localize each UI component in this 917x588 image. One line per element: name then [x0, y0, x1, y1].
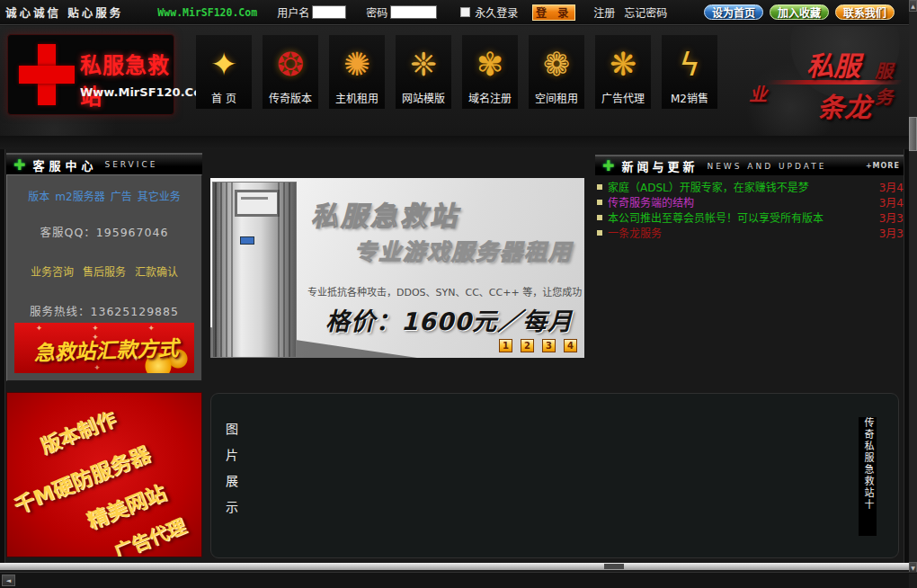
news-subtitle: NEWS AND UPDATE	[707, 162, 826, 171]
main-ad-banner[interactable]: 私服急救站 专业游戏服务器租用 专业抵抗各种攻击，DDOS、SYN、CC、CC+…	[210, 178, 584, 358]
frame-divider	[0, 563, 909, 570]
news-item-text: 家庭（ADSL）开服专家，在家赚钱不是梦	[608, 179, 876, 194]
picture-display-label: 图片展示	[222, 423, 240, 527]
service-link[interactable]: 业务咨询	[31, 266, 74, 279]
logo-title: 私服急救站	[80, 48, 174, 111]
nav-item-home[interactable]: ✦首 页	[196, 35, 252, 109]
service-link[interactable]: 广告	[111, 191, 132, 203]
service-links-row1: 版本m2服务器广告其它业务	[7, 188, 201, 203]
server-led-badge	[240, 236, 254, 245]
news-item[interactable]: 一条龙服务3月3	[595, 225, 904, 240]
remember-checkbox[interactable]	[460, 7, 470, 17]
news-bullet-icon	[597, 215, 602, 220]
set-home-button[interactable]: 设为首页	[704, 4, 763, 20]
horizontal-scrollbar[interactable]	[0, 572, 917, 588]
remember-label: 永久登录	[475, 4, 518, 20]
nav-item-templates[interactable]: ❈网站模版	[396, 35, 451, 109]
space-nav-icon: ❁	[543, 42, 570, 87]
nav-item-domains[interactable]: ✾域名注册	[462, 35, 518, 109]
picture-display-panel: 图片展示 传奇私服急救站十	[210, 393, 899, 558]
nav-item-ads[interactable]: ❋广告代理	[595, 35, 651, 109]
news-title: 新闻与更新	[621, 157, 698, 174]
news-item-date: 3月3	[879, 209, 904, 225]
news-item-text: 传奇服务端的结构	[608, 194, 876, 209]
nav-item-label: 域名注册	[468, 90, 512, 105]
plus-icon: ✚	[602, 157, 614, 174]
service-link[interactable]: 版本	[28, 191, 49, 203]
topbar-quick-buttons: 设为首页 加入收藏 联系我们	[704, 4, 895, 20]
slogan-text: 诚心诚信 贴心服务	[5, 4, 123, 21]
nav-item-label: 主机租用	[335, 90, 378, 105]
service-link[interactable]: 汇款确认	[135, 266, 178, 279]
promo-text-3: 条龙	[817, 85, 871, 125]
promo-graphic: 业 私服 条龙 服务	[724, 33, 904, 132]
forgot-password-link[interactable]: 忘记密码	[624, 4, 667, 20]
nav-item-label: 空间租用	[535, 90, 578, 105]
news-item[interactable]: 本公司推出至尊会员帐号！可以享受所有版本3月3	[595, 209, 904, 225]
news-item-date: 3月4	[879, 194, 904, 209]
private-server-site-window: 诚心诚信 贴心服务 Www.MirSF120.Com 用户名 密码 永久登录 登…	[0, 0, 917, 588]
banner-page-button-2[interactable]: 2	[521, 339, 534, 352]
services-ad-banner[interactable]: 版本制作千M硬防服务器精美网站广告代理	[6, 392, 202, 557]
register-link[interactable]: 注册	[593, 4, 615, 20]
news-item-text: 一条龙服务	[608, 225, 876, 240]
username-label: 用户名	[277, 4, 309, 20]
news-bullet-icon	[597, 184, 602, 190]
news-item-date: 3月4	[879, 179, 904, 194]
promo-text-2: 私服	[806, 44, 860, 84]
login-button[interactable]: 登 录	[532, 4, 575, 21]
nav-item-versions[interactable]: ❂传奇版本	[263, 35, 318, 109]
nav-item-m2[interactable]: ϟM2销售	[662, 35, 717, 109]
red-cross-icon	[19, 44, 75, 105]
nav-item-label: M2销售	[671, 90, 708, 105]
banner-price-text: 格价：1600元／每月	[325, 302, 573, 337]
service-link[interactable]: 售后服务	[83, 266, 126, 279]
scroll-left-icon[interactable]	[2, 575, 15, 586]
server-tower-image	[212, 182, 297, 358]
site-logo[interactable]: 私服急救站 Www.MirSF120.Com	[7, 34, 174, 115]
templates-nav-icon: ❈	[410, 42, 437, 87]
vertical-scrollbar[interactable]	[909, 0, 917, 574]
nav-item-label: 网站模版	[402, 90, 445, 105]
left-frame-edge	[0, 149, 5, 563]
banner-page-button-3[interactable]: 3	[542, 339, 556, 352]
home-nav-icon: ✦	[210, 42, 237, 87]
add-favorite-button[interactable]: 加入收藏	[770, 4, 829, 20]
nav-item-hosting[interactable]: ✺主机租用	[329, 35, 385, 109]
password-input[interactable]	[390, 5, 437, 19]
banner-page-button-4[interactable]: 4	[564, 339, 577, 352]
m2-nav-icon: ϟ	[679, 42, 700, 87]
news-list: 家庭（ADSL）开服专家，在家赚钱不是梦3月4传奇服务端的结构3月4本公司推出至…	[595, 179, 904, 240]
service-qq-text: 客服QQ：195967046	[7, 223, 201, 240]
header-separator	[0, 136, 909, 149]
service-link[interactable]: m2服务器	[55, 191, 104, 203]
news-more-link[interactable]: +MORE	[866, 162, 900, 170]
vertical-scrollbar-thumb[interactable]	[909, 117, 917, 151]
contact-us-button[interactable]: 联系我们	[835, 4, 895, 20]
service-center-header: ✚ 客服中心 SERVICE	[6, 153, 202, 174]
main-nav: ✦首 页❂传奇版本✺主机租用❈网站模版✾域名注册❁空间租用❋广告代理ϟM2销售	[196, 35, 717, 109]
top-login-bar: 诚心诚信 贴心服务 Www.MirSF120.Com 用户名 密码 永久登录 登…	[0, 0, 909, 25]
service-link[interactable]: 其它业务	[138, 191, 181, 203]
frame-divider-handle[interactable]	[604, 564, 624, 569]
site-url-text: Www.MirSF120.Com	[157, 6, 257, 19]
payment-methods-banner[interactable]: 急救站汇款方式	[14, 323, 194, 373]
scrollbar-corner	[909, 574, 917, 588]
site-header: 私服急救站 Www.MirSF120.Com ✦首 页❂传奇版本✺主机租用❈网站…	[0, 26, 909, 136]
right-marquee-strip: 传奇私服急救站十	[859, 417, 877, 536]
logo-url: Www.MirSF120.Com	[80, 85, 214, 99]
username-input[interactable]	[312, 5, 346, 19]
scroll-up-icon[interactable]	[909, 0, 917, 12]
password-label: 密码	[366, 4, 387, 20]
banner-page-button-1[interactable]: 1	[499, 339, 512, 352]
nav-item-label: 首 页	[211, 90, 236, 105]
news-item-text: 本公司推出至尊会员帐号！可以享受所有版本	[608, 209, 876, 225]
nav-item-label: 传奇版本	[269, 90, 312, 105]
nav-item-label: 广告代理	[601, 90, 645, 105]
hosting-nav-icon: ✺	[343, 42, 370, 87]
nav-item-space[interactable]: ❁空间租用	[529, 35, 584, 109]
marquee-text: 传奇私服急救站十	[860, 417, 875, 536]
service-center-subtitle: SERVICE	[104, 160, 157, 169]
news-item[interactable]: 传奇服务端的结构3月4	[595, 194, 904, 209]
news-item[interactable]: 家庭（ADSL）开服专家，在家赚钱不是梦3月4	[595, 179, 904, 194]
